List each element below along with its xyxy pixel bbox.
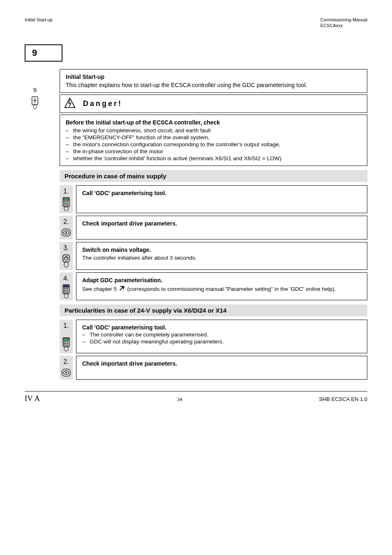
hand-touch-icon [30,95,40,111]
intro-number: 9 [33,86,37,93]
svg-rect-6 [64,201,65,202]
step-b2-title: Check important drive parameters. [82,360,361,367]
step-b2: 2. Check important drive parameters. [60,356,367,380]
section-a-heading: Procedure in case of mains supply [60,170,367,182]
safety-b3: the motor's connection configuration cor… [73,141,280,147]
section-b-heading: Particularities in case of 24-V supply v… [60,304,367,316]
svg-rect-7 [65,201,67,202]
step-a4: 4. Adapt GDC parameterisation. See chapt… [60,272,367,300]
danger-bar: Danger! [60,94,367,113]
svg-rect-39 [65,343,67,344]
eye-icon [61,367,71,380]
model-line: ECSCAxxx [321,23,367,28]
svg-rect-41 [64,345,65,346]
svg-rect-42 [65,345,67,346]
safety-b2: the "EMERGENCY-OFF" function of the over… [73,134,210,140]
power-switch-icon [61,253,71,270]
reference-arrow-icon [118,285,126,294]
svg-rect-25 [67,288,69,289]
step-a4-title: Adapt GDC parameterisation. [82,277,361,283]
step-a3-title: Switch on mains voltage. [82,246,361,253]
svg-rect-36 [65,341,67,342]
intro-box: Initial Start-up This chapter explains h… [60,69,367,93]
svg-point-17 [65,232,67,233]
svg-rect-29 [64,292,65,293]
page-number: 34 [177,396,182,403]
danger-label: Danger! [83,99,122,108]
step-a3: 3. Switch on mains voltage. The controll… [60,242,367,270]
svg-rect-26 [64,290,65,291]
svg-rect-12 [64,205,65,206]
svg-rect-9 [64,203,65,204]
svg-rect-34 [64,338,69,340]
step-a2-num: 2. [63,218,69,226]
svg-rect-27 [65,290,67,291]
svg-rect-31 [67,292,69,293]
intro-title: Initial Start-up [66,74,361,80]
svg-point-46 [65,372,67,373]
remote-control-icon [61,337,71,353]
footer-section: IV A [25,394,40,403]
step-a2: 2. Check important drive parameters. [60,216,367,240]
step-a1: 1. Call 'GDC' parameterising tool. [60,185,367,213]
safety-title: Before the initial start-up of the ECSCA… [66,119,361,126]
lightning-warning-icon [64,97,76,110]
remote-control-icon [61,284,71,300]
eye-icon [61,227,71,240]
svg-rect-5 [64,198,69,200]
step-a3-sub: The controller initialises after about 3… [82,255,361,261]
svg-rect-11 [67,203,69,204]
step-b1-num: 1. [63,322,69,329]
svg-rect-10 [65,203,67,204]
svg-rect-38 [64,343,65,344]
safety-check-box: Before the initial start-up of the ECSCA… [60,115,367,166]
footer-doc-id: SHB ECSCA EN 1.0 [319,396,367,402]
step-a1-title: Call 'GDC' parameterising tool. [82,190,361,196]
chapter-label: Initial Start-up [25,17,321,22]
remote-control-icon [61,197,71,213]
step-a2-title: Check important drive parameters. [82,220,361,227]
svg-rect-37 [67,341,69,342]
intro-body: This chapter explains how to start-up th… [66,82,361,88]
svg-rect-14 [67,205,69,206]
svg-rect-8 [67,201,69,202]
doc-type: Commissioning Manual [321,17,367,22]
svg-rect-35 [64,341,65,342]
svg-rect-24 [65,288,67,289]
svg-rect-23 [64,288,65,289]
svg-rect-30 [65,292,67,293]
step-b1: 1. Call 'GDC' parameterising tool. –The … [60,320,367,353]
step-b1-sub2: GDC will not display meaningful operatin… [90,339,224,345]
step-a1-num: 1. [63,188,69,195]
svg-rect-13 [65,205,67,206]
step-b1-title: Call 'GDC' parameterising tool. [82,324,361,331]
svg-rect-40 [67,343,69,344]
step-a4-sub: See chapter 5 (corresponds to commission… [82,285,361,294]
safety-b5: whether the 'controller-inhibit' functio… [73,155,281,161]
section-number-tab: 9 [25,44,62,62]
step-a4-num: 4. [63,275,69,282]
svg-rect-43 [67,345,69,346]
safety-b4: the in-phase connection of the motor [73,148,163,154]
svg-rect-28 [67,290,69,291]
step-b2-num: 2. [63,358,69,366]
safety-b1: the wiring for completeness, short circu… [73,127,211,134]
svg-rect-22 [64,285,69,287]
step-b1-sub1: The controller can be completely paramet… [90,332,208,338]
step-a3-num: 3. [63,244,69,252]
